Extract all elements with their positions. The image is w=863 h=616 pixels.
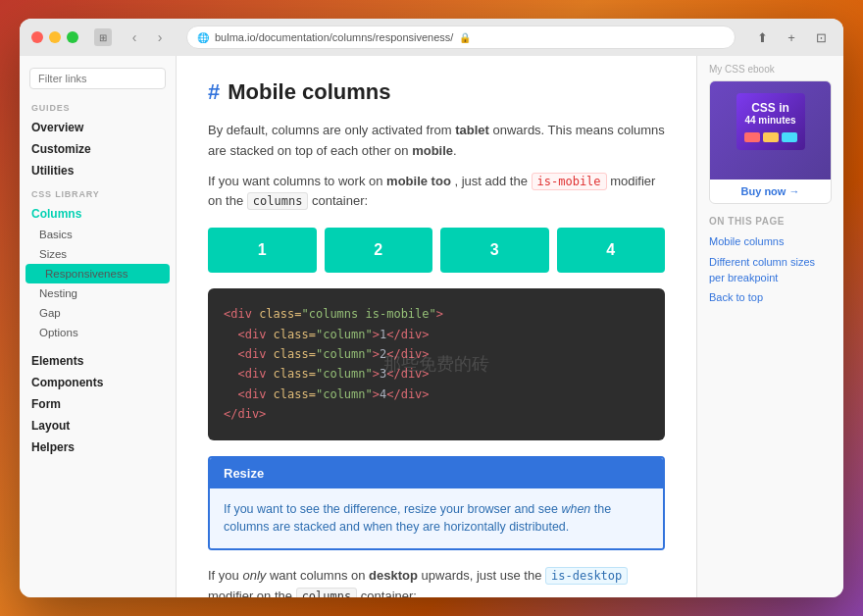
sidebar-item-options[interactable]: Options (20, 323, 176, 342)
sidebar: GUIDES Overview Customize Utilities CSS … (20, 56, 177, 597)
description-para1: By default, columns are only activated f… (208, 121, 665, 162)
buy-now-link[interactable]: Buy now → (710, 180, 831, 203)
book-subtitle: 44 minutes (742, 115, 799, 127)
lock-icon: 🔒 (459, 32, 471, 43)
sidebar-toggle-button[interactable]: ⊡ (810, 26, 832, 48)
code-block: <div class="columns is-mobile"> <div cla… (208, 288, 665, 439)
code-line-1: <div class="columns is-mobile"> (224, 304, 649, 324)
sidebar-item-form[interactable]: Form (20, 393, 176, 415)
new-tab-button[interactable]: + (781, 26, 802, 48)
back-button[interactable]: ‹ (124, 26, 145, 48)
resize-body: If you want to see the difference, resiz… (210, 488, 663, 549)
desc3-bold: desktop (369, 568, 418, 583)
is-desktop-code: is-desktop (545, 567, 628, 585)
desc1-bold2: mobile (412, 143, 453, 158)
code-line-6: </div> (224, 404, 649, 424)
desc3-em: only (242, 568, 266, 583)
globe-icon: 🌐 (197, 32, 209, 43)
my-css-ebook-label: My CSS ebook (709, 64, 832, 75)
book-dec-3 (782, 132, 797, 142)
window-controls: ⊞ (94, 28, 112, 46)
desc2-text4: container: (312, 193, 368, 208)
resize-header: Resize (210, 458, 663, 488)
demo-col-3: 3 (440, 228, 549, 273)
is-mobile-code: is-mobile (532, 173, 607, 190)
search-input[interactable] (29, 68, 166, 89)
book-title: CSS in (742, 101, 799, 115)
desc3-text4: modifier on the (208, 589, 292, 597)
book-cover-inner: CSS in 44 minutes (736, 93, 805, 150)
demo-col-2: 2 (325, 228, 433, 273)
sidebar-item-components[interactable]: Components (20, 372, 176, 393)
browser-content: GUIDES Overview Customize Utilities CSS … (20, 56, 843, 597)
css-library-label: CSS LIBRARY (20, 181, 176, 203)
sidebar-item-elements[interactable]: Elements (20, 350, 176, 372)
demo-col-4: 4 (557, 228, 666, 273)
sidebar-item-utilities[interactable]: Utilities (20, 160, 176, 181)
code-line-2: <div class="column">1</div> (224, 325, 649, 344)
code-line-4: <div class="column">3</div> (224, 364, 649, 384)
sidebar-item-basics[interactable]: Basics (20, 225, 176, 244)
page-title: Mobile columns (228, 79, 390, 105)
page-title-container: # Mobile columns (208, 79, 665, 105)
demo-columns-1: 1 2 3 4 (208, 228, 665, 273)
desc2-bold: mobile too (386, 174, 451, 188)
sidebar-item-sizes[interactable]: Sizes (20, 244, 176, 264)
nav-buttons: ‹ › (124, 26, 171, 48)
resize-body-em: when (561, 502, 590, 516)
forward-button[interactable]: › (149, 26, 171, 48)
sidebar-item-columns[interactable]: Columns (20, 203, 176, 225)
traffic-lights (31, 31, 78, 43)
code-line-5: <div class="column">4</div> (224, 385, 649, 404)
back-to-top-link[interactable]: Back to top (709, 291, 832, 303)
titlebar: ⊞ ‹ › 🌐 bulma.io/documentation/columns/r… (20, 19, 843, 56)
book-dec-1 (744, 132, 760, 142)
resize-box: Resize If you want to see the difference… (208, 456, 665, 551)
book-dec-2 (763, 132, 779, 142)
demo-col-1: 1 (208, 228, 317, 273)
desc3-text1: If you (208, 568, 239, 583)
sidebar-item-nesting[interactable]: Nesting (20, 283, 176, 303)
description-para2: If you want columns to work on mobile to… (208, 172, 665, 213)
sidebar-item-customize[interactable]: Customize (20, 138, 176, 160)
desc1-bold1: tablet (455, 123, 489, 137)
book-cover: CSS in 44 minutes (710, 81, 831, 180)
sidebar-item-helpers[interactable]: Helpers (20, 436, 176, 458)
desc2-text1: If you want columns to work on (208, 174, 382, 188)
description-para3: If you only want columns on desktop upwa… (208, 566, 665, 597)
window-switcher-icon[interactable]: ⊞ (94, 28, 112, 46)
desc3-text2: want columns on (270, 568, 366, 583)
right-panel: My CSS ebook CSS in 44 minutes Buy now → (696, 56, 843, 597)
sidebar-item-layout[interactable]: Layout (20, 415, 176, 436)
share-button[interactable]: ⬆ (751, 26, 773, 48)
columns-code: columns (247, 192, 309, 210)
desc2-text2: , just add the (454, 174, 527, 188)
resize-body-text1: If you want to see the difference, resiz… (224, 502, 558, 516)
on-page-mobile-columns[interactable]: Mobile columns (709, 234, 832, 249)
on-page-different-sizes[interactable]: Different column sizes per breakpoint (709, 255, 832, 285)
desc1-text: By default, columns are only activated f… (208, 123, 452, 137)
minimize-button[interactable] (49, 31, 61, 43)
main-content: # Mobile columns By default, columns are… (177, 56, 696, 597)
browser-window: ⊞ ‹ › 🌐 bulma.io/documentation/columns/r… (20, 19, 843, 597)
guides-section-label: GUIDES (20, 99, 176, 117)
code-line-3: <div class="column">2</div> (224, 344, 649, 364)
sidebar-item-gap[interactable]: Gap (20, 303, 176, 323)
sidebar-item-responsiveness[interactable]: Responsiveness (25, 264, 170, 283)
book-decorations (742, 132, 799, 142)
url-bar[interactable]: 🌐 bulma.io/documentation/columns/respons… (186, 26, 736, 49)
book-ad: CSS in 44 minutes Buy now → (709, 80, 832, 204)
on-page-label: On this page (709, 216, 832, 227)
hash-icon: # (208, 79, 220, 105)
titlebar-right-controls: ⬆ + ⊡ (751, 26, 832, 48)
desc3-text3: upwards, just use the (422, 568, 542, 583)
sidebar-item-overview[interactable]: Overview (20, 117, 176, 138)
columns-code-2: columns (296, 588, 358, 597)
desc3-text5: container: (361, 589, 417, 597)
fullscreen-button[interactable] (67, 31, 78, 43)
close-button[interactable] (31, 31, 43, 43)
url-text: bulma.io/documentation/columns/responsiv… (215, 31, 453, 43)
